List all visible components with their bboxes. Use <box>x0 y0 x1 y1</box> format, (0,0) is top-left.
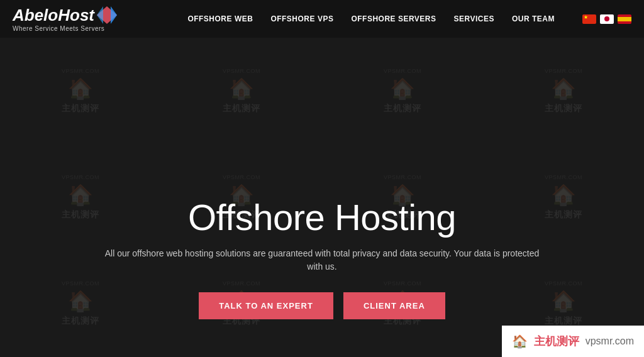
svg-marker-2 <box>97 6 103 24</box>
watermark-icon: 🏠 <box>390 77 415 101</box>
watermark-cell: VPSMR.COM 🏠 主机测评 <box>0 38 161 144</box>
nav-links: OFFSHORE WEB OFFSHORE VPS OFFSHORE SERVE… <box>142 14 631 24</box>
watermark-icon: 🏠 <box>68 77 93 101</box>
watermark-icon: 🏠 <box>229 77 254 101</box>
watermark-cell: VPSMR.COM 🏠 主机测评 <box>322 38 483 144</box>
talk-to-expert-button[interactable]: TALK TO AN EXPERT <box>199 292 333 319</box>
nav-offshore-servers[interactable]: OFFSHORE SERVERS <box>351 14 436 23</box>
watermark-url: VPSMR.COM <box>62 174 99 180</box>
watermark-icon: 🏠 <box>551 77 576 101</box>
bottom-watermark-bar: 🏠 主机测评 vpsmr.com <box>502 326 644 357</box>
watermark-cn-text: 主机测评 <box>384 103 421 114</box>
watermark-url: VPSMR.COM <box>545 174 582 180</box>
language-flags <box>582 14 631 24</box>
bottom-watermark-url: vpsmr.com <box>586 336 634 347</box>
logo-tagline: Where Service Meets Servers <box>13 25 117 32</box>
hero-buttons: TALK TO AN EXPERT CLIENT AREA <box>199 292 445 319</box>
nav-offshore-web[interactable]: OFFSHORE WEB <box>187 14 253 23</box>
brand-name: AbeloHost <box>13 7 94 23</box>
bottom-watermark-cn-text: 主机测评 <box>534 334 579 349</box>
watermark-cn-text: 主机测评 <box>223 103 260 114</box>
watermark-url: VPSMR.COM <box>384 174 421 180</box>
hero-section: Offshore Hosting All our offshore web ho… <box>0 196 644 319</box>
bottom-watermark-icon: 🏠 <box>512 334 528 349</box>
watermark-url: VPSMR.COM <box>223 174 260 180</box>
hero-subtitle: All our offshore web hosting solutions a… <box>102 247 542 273</box>
logo-icon <box>97 6 117 24</box>
watermark-url: VPSMR.COM <box>62 68 99 74</box>
watermark-cn-text: 主机测评 <box>545 103 582 114</box>
nav-offshore-vps[interactable]: OFFSHORE VPS <box>270 14 333 23</box>
logo-text: AbeloHost <box>13 6 117 24</box>
navbar: AbeloHost Where Service Meets Servers OF… <box>0 0 644 38</box>
watermark-cell: VPSMR.COM 🏠 主机测评 <box>483 38 644 144</box>
svg-marker-1 <box>111 6 117 24</box>
watermark-cell: VPSMR.COM 🏠 主机测评 <box>161 38 322 144</box>
flag-cn[interactable] <box>582 14 596 24</box>
watermark-url: VPSMR.COM <box>223 68 260 74</box>
flag-es[interactable] <box>618 14 631 24</box>
nav-services[interactable]: SERVICES <box>454 14 494 23</box>
watermark-cn-text: 主机测评 <box>62 103 99 114</box>
watermark-url: VPSMR.COM <box>384 68 421 74</box>
nav-our-team[interactable]: OUR TEAM <box>512 14 555 23</box>
client-area-button[interactable]: CLIENT AREA <box>343 292 445 319</box>
flag-jp[interactable] <box>600 14 614 24</box>
logo[interactable]: AbeloHost Where Service Meets Servers <box>13 6 117 32</box>
watermark-url: VPSMR.COM <box>545 68 582 74</box>
hero-title: Offshore Hosting <box>188 196 456 238</box>
